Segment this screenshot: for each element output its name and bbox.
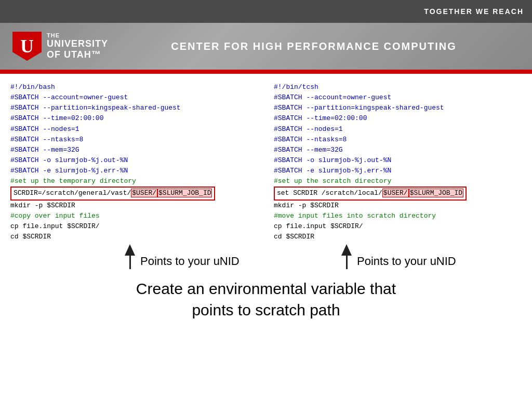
right-line11: mkdir -p $SCRDIR [274, 201, 522, 211]
logo-ofutah: OF UTAH™ [47, 49, 108, 60]
logo-u-shape: U [12, 32, 42, 61]
arrow-row: Points to your uNID Points to your uNID [10, 244, 522, 269]
arrow-right-col: Points to your uNID [269, 244, 522, 269]
right-line14: cd $SCRDIR [274, 232, 522, 242]
right-line3: #SBATCH --time=02:00:00 [274, 113, 522, 124]
left-line6: #SBATCH --mem=32G [10, 145, 258, 155]
right-arrow-label: Points to your uNID [357, 255, 456, 268]
header: U THE UNIVERSITY OF UTAH™ CENTER FOR HIG… [0, 23, 532, 70]
right-line12: #move input files into scratch directory [274, 211, 522, 221]
left-line13: cp file.input $SCRDIR/ [10, 221, 258, 232]
left-line9: #set up the temporary directory [10, 176, 258, 187]
big-label-line2: points to scratch path [10, 300, 522, 321]
right-code-block: #!/bin/tcsh #SBATCH --account=owner-gues… [269, 82, 522, 242]
left-arrow [125, 244, 135, 269]
right-arrow [341, 244, 352, 269]
big-label-line1: Create an environmental variable that [10, 278, 522, 300]
left-arrow-shaft [129, 256, 131, 269]
right-line9: #set up the scratch directory [274, 176, 522, 187]
left-line14: cd $SCRDIR [10, 232, 258, 242]
header-title: CENTER FOR HIGH PERFORMANCE COMPUTING [108, 41, 520, 52]
arrow-left-col: Points to your uNID [10, 244, 269, 269]
code-columns: #!/bin/bash #SBATCH --account=owner-gues… [10, 82, 522, 242]
left-line2: #SBATCH --partition=kingspeak-shared-gue… [10, 103, 258, 113]
left-line1: #SBATCH --account=owner-guest [10, 92, 258, 103]
main-content: #!/bin/bash #SBATCH --account=owner-gues… [0, 74, 532, 399]
right-line2: #SBATCH --partition=kingspeak-shared-gue… [274, 103, 522, 113]
left-line12: #copy over input files [10, 211, 258, 221]
right-jobid-highlight: $SLURM_JOB_ID [409, 189, 463, 197]
right-arrow-head [341, 244, 352, 256]
left-line10: SCRDIR=/scratch/general/vast/$USER/$SLUR… [10, 187, 215, 200]
right-scrdir-prefix: set SCRDIR /scratch/local/ [277, 189, 382, 197]
left-code-block: #!/bin/bash #SBATCH --account=owner-gues… [10, 82, 269, 242]
right-line10: set SCRDIR /scratch/local/$USER/$SLURM_J… [274, 187, 467, 200]
right-line5: #SBATCH --ntasks=8 [274, 135, 522, 145]
logo-university: UNIVERSITY [47, 38, 108, 49]
right-line1: #SBATCH --account=owner-guest [274, 92, 522, 103]
left-line5: #SBATCH --ntasks=8 [10, 135, 258, 145]
logo-text: THE UNIVERSITY OF UTAH™ [47, 32, 108, 60]
left-line3: #SBATCH --time=02:00:00 [10, 113, 258, 124]
left-arrow-head [125, 244, 135, 256]
right-line13: cp file.input $SCRDIR/ [274, 221, 522, 232]
right-arrow-shaft [346, 256, 348, 269]
top-bar: TOGETHER WE REACH [0, 0, 532, 23]
right-line4: #SBATCH --nodes=1 [274, 124, 522, 135]
left-jobid-highlight: $SLURM_JOB_ID [157, 189, 212, 197]
top-bar-text: TOGETHER WE REACH [424, 7, 524, 16]
left-line7: #SBATCH -o slurmjob-%j.out-%N [10, 155, 258, 166]
left-user-highlight: $USER/ [131, 189, 157, 197]
logo-the: THE [47, 32, 108, 38]
left-shebang: #!/bin/bash [10, 82, 258, 92]
red-accent-bar [0, 70, 532, 74]
right-user-highlight: $USER/ [382, 189, 409, 197]
left-scrdir-prefix: SCRDIR=/scratch/general/vast/ [14, 189, 131, 197]
left-line8: #SBATCH -e slurmjob-%j.err-%N [10, 166, 258, 176]
big-label: Create an environmental variable that po… [10, 278, 522, 321]
right-shebang: #!/bin/tcsh [274, 82, 522, 92]
right-line8: #SBATCH -e slurmjob-%j.err-%N [274, 166, 522, 176]
left-line11: mkdir -p $SCRDIR [10, 201, 258, 211]
left-line4: #SBATCH --nodes=1 [10, 124, 258, 135]
left-arrow-label: Points to your uNID [140, 255, 240, 268]
logo-container: U THE UNIVERSITY OF UTAH™ [12, 32, 108, 61]
right-line6: #SBATCH --mem=32G [274, 145, 522, 155]
right-line7: #SBATCH -o slurmjob-%j.out-%N [274, 155, 522, 166]
